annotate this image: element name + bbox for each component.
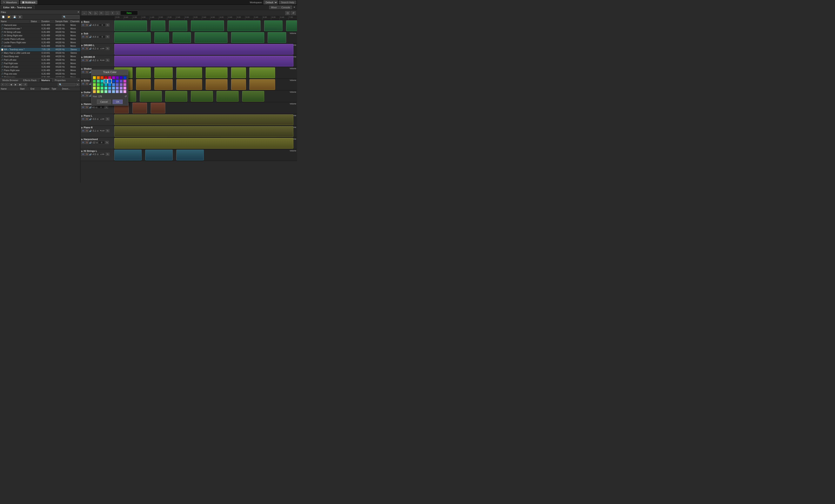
track-pan[interactable]: R100	[99, 59, 105, 62]
color-swatch[interactable]	[123, 83, 126, 86]
track-s-btn[interactable]: S	[85, 118, 89, 121]
audio-clip[interactable]	[217, 91, 239, 102]
track-h-btn[interactable]: H	[81, 94, 85, 97]
marker-next-btn[interactable]: ▶	[14, 83, 18, 86]
audio-clip[interactable]	[176, 67, 202, 78]
audio-clip[interactable]	[114, 115, 293, 125]
track-s-btn[interactable]: S	[85, 23, 89, 26]
track-s-btn[interactable]: S	[85, 106, 89, 109]
track-content-shaker[interactable]: Volume	[114, 67, 297, 79]
marker-add-btn[interactable]: +	[1, 83, 4, 86]
audio-clip[interactable]	[114, 56, 293, 66]
track-expand-arrow[interactable]: ▶	[81, 91, 83, 94]
audio-clip[interactable]	[114, 126, 293, 137]
color-swatch[interactable]	[112, 86, 115, 89]
file-row[interactable]: 🎵Piano Right.wav 6:26.489 44100 Hz Mono	[0, 69, 80, 72]
track-expand-arrow[interactable]: ▶	[81, 126, 83, 129]
color-swatch[interactable]	[116, 80, 119, 83]
track-content-drums-r[interactable]: Volume	[114, 55, 297, 67]
track-h-btn[interactable]: H	[81, 153, 85, 156]
hue-reset-btn[interactable]: ↺	[125, 95, 127, 98]
track-expand-arrow[interactable]: ▶	[81, 56, 83, 58]
file-row[interactable]: 🎵Mary Had a Little Lamb.wav 0:18.831 441…	[0, 51, 80, 55]
color-swatch[interactable]	[93, 86, 96, 89]
track-expand-arrow[interactable]: ▶	[81, 68, 83, 70]
color-swatch[interactable]	[116, 90, 119, 93]
marker-loop-btn[interactable]: ↺	[23, 83, 27, 86]
file-row[interactable]: 🎵Hamond.wav 6:26.489 44100 Hz Mono	[0, 23, 80, 27]
audio-clip[interactable]	[114, 20, 147, 31]
tl-zoom-out[interactable]: −	[116, 11, 120, 15]
track-expand-arrow[interactable]: ▶	[81, 138, 83, 141]
marker-del-btn[interactable]: −	[5, 83, 8, 86]
color-swatch[interactable]	[116, 86, 119, 89]
file-row[interactable]: 🎵Shaker.wav 6:26.489 44100 Hz Mono	[0, 76, 80, 77]
track-h-btn[interactable]: H	[81, 118, 85, 121]
audio-clip[interactable]	[227, 20, 260, 31]
properties-tab[interactable]: Properties	[53, 78, 68, 82]
track-fx-btn[interactable]: fx	[105, 106, 108, 109]
track-pan[interactable]: 0	[98, 141, 105, 144]
markers-search[interactable]	[58, 83, 75, 86]
color-swatch[interactable]	[97, 90, 100, 93]
track-content-harpsichord[interactable]: Volume	[114, 138, 297, 149]
track-s-btn[interactable]: S	[85, 35, 89, 38]
track-expand-arrow[interactable]: ▶	[81, 103, 83, 105]
track-expand-arrow[interactable]: ▶	[81, 79, 83, 82]
track-expand-arrow[interactable]: ▶	[81, 21, 83, 23]
color-swatch[interactable]	[108, 80, 111, 83]
tl-tool4[interactable]: ✂	[99, 11, 104, 15]
file-row[interactable]: 🎵Hi String Right.wav 6:26.489 44100 Hz M…	[0, 34, 80, 37]
color-swatch[interactable]	[120, 83, 123, 86]
file-row[interactable]: 🎵Lezlie Piano Right.wav 6:26.489 44100 H…	[0, 41, 80, 44]
track-s-btn[interactable]: S	[85, 94, 89, 97]
track-pan[interactable]: 0	[99, 35, 105, 38]
track-h-btn[interactable]: H	[81, 23, 85, 26]
track-s-btn[interactable]: S	[85, 129, 89, 132]
file-row[interactable]: 🎵Pad Left.wav 6:26.489 44100 Hz Mono	[0, 58, 80, 62]
color-swatch[interactable]	[104, 80, 107, 83]
track-content-echo[interactable]: Volume	[114, 79, 297, 90]
audio-clip[interactable]	[231, 67, 246, 78]
color-swatch[interactable]	[100, 86, 103, 89]
file-row[interactable]: 📋MA – Teardrop.sesx * 7:05.138 44100 Hz …	[0, 48, 80, 51]
color-swatch[interactable]	[108, 76, 111, 79]
color-swatch[interactable]	[104, 83, 107, 86]
close-icon[interactable]: ✕	[292, 6, 296, 9]
color-swatch[interactable]	[93, 80, 96, 83]
audio-clip[interactable]	[151, 103, 165, 113]
audio-clip[interactable]	[242, 91, 264, 102]
audio-clip[interactable]	[176, 150, 204, 160]
track-h-btn[interactable]: H	[81, 141, 85, 144]
markers-tab[interactable]: Markers	[39, 78, 53, 82]
audio-clip[interactable]	[136, 79, 151, 90]
color-swatch[interactable]	[104, 76, 107, 79]
track-h-btn[interactable]: H	[81, 129, 85, 132]
track-fx-btn[interactable]: fx	[106, 35, 109, 38]
audio-clip[interactable]	[165, 91, 187, 102]
color-swatch[interactable]	[108, 90, 111, 93]
audio-clip[interactable]	[145, 150, 172, 160]
color-swatch[interactable]	[104, 86, 107, 89]
track-h-btn[interactable]: H	[81, 82, 85, 85]
file-row[interactable]: 🎵Liz.wav 6:26.489 44100 Hz Mono	[0, 44, 80, 48]
track-content-piano-r[interactable]: Volume	[114, 126, 297, 137]
track-s-btn[interactable]: S	[85, 59, 89, 62]
audio-clip[interactable]	[206, 67, 228, 78]
effects-rack-tab[interactable]: Effects Rack	[21, 78, 39, 82]
audio-clip[interactable]	[268, 32, 286, 43]
track-s-btn[interactable]: S	[85, 141, 89, 144]
color-swatch[interactable]	[123, 76, 126, 79]
track-pan[interactable]: L100	[99, 118, 105, 121]
color-swatch[interactable]	[120, 86, 123, 89]
color-swatch[interactable]	[120, 76, 123, 79]
audio-clip[interactable]	[176, 79, 202, 90]
track-pan[interactable]: L100	[99, 153, 105, 156]
color-swatch[interactable]	[112, 80, 115, 83]
audio-clip[interactable]	[114, 138, 293, 148]
file-row[interactable]: 🎵Nord Beep.wav 6:26.489 44100 Hz Mono	[0, 55, 80, 58]
audio-clip[interactable]	[169, 20, 187, 31]
media-browser-tab[interactable]: Media Browser	[0, 78, 21, 82]
audio-clip[interactable]	[249, 67, 275, 78]
audio-clip[interactable]	[195, 32, 227, 43]
